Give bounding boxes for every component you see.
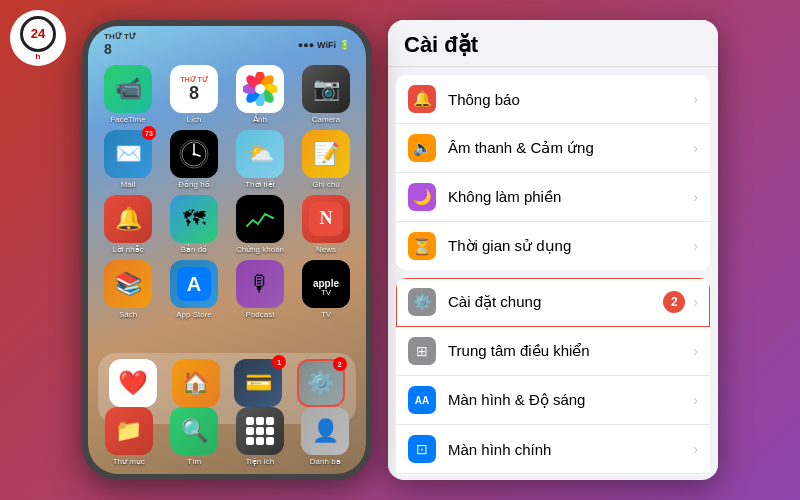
facetime-icon: 📹 [104, 65, 152, 113]
tim-label: Tìm [187, 457, 201, 466]
amthanh-icon: 🔈 [408, 134, 436, 162]
notes-icon: 📝 [302, 130, 350, 178]
reminder-icon: 🔔 [104, 195, 152, 243]
bottom-row: 📁 Thư mục 🔍 Tìm [98, 407, 356, 466]
settings-item-caidatchung[interactable]: ⚙️ Cài đặt chung 2 › [396, 278, 710, 327]
thoigian-label: Thời gian sử dụng [448, 237, 693, 255]
app-appletv[interactable]: apple TV TV [296, 260, 356, 319]
status-bar: THỨ TƯ8 ●●● WiFi 🔋 [88, 26, 366, 61]
maps-icon: 🗺 [170, 195, 218, 243]
app-books[interactable]: 📚 Sách [98, 260, 158, 319]
tim-icon: 🔍 [170, 407, 218, 455]
svg-text:A: A [187, 273, 201, 295]
trungtam-chevron: › [693, 343, 698, 359]
camera-icon: 📷 [302, 65, 350, 113]
news-label: News [316, 245, 336, 254]
app-calendar[interactable]: THỨ TƯ 8 Lịch [164, 65, 224, 124]
app-thurmuc[interactable]: 📁 Thư mục [98, 407, 160, 466]
settings-item-khonglamphien[interactable]: 🌙 Không làm phiền › [396, 173, 710, 222]
settings-item-amthanh[interactable]: 🔈 Âm thanh & Cảm ứng › [396, 124, 710, 173]
calendar-icon: THỨ TƯ 8 [170, 65, 218, 113]
photos-label: Ảnh [253, 115, 267, 124]
app-tim[interactable]: 🔍 Tìm [164, 407, 226, 466]
mail-label: Mail [121, 180, 136, 189]
app-clock[interactable]: Đồng hồ [164, 130, 224, 189]
app-podcast[interactable]: 🎙 Podcast [230, 260, 290, 319]
manhinh-label: Màn hình & Độ sáng [448, 391, 693, 409]
settings-title-text: Cài đặt [404, 32, 478, 57]
app-grid: 📹 FaceTime THỨ TƯ 8 Lịch [88, 61, 366, 323]
khonglamphien-label: Không làm phiền [448, 188, 693, 206]
thoigian-chevron: › [693, 238, 698, 254]
khonglamphien-chevron: › [693, 189, 698, 205]
amthanh-chevron: › [693, 140, 698, 156]
books-label: Sách [119, 310, 137, 319]
app-maps[interactable]: 🗺 Bản đồ [164, 195, 224, 254]
mail-icon: ✉️ 73 [104, 130, 152, 178]
settings-item-thoigiansudung[interactable]: ⏳ Thời gian sử dụng › [396, 222, 710, 270]
manhinhchinh-label: Màn hình chính [448, 441, 693, 458]
app-notes[interactable]: 📝 Ghi chú [296, 130, 356, 189]
podcast-label: Podcast [246, 310, 275, 319]
appletv-label: TV [321, 310, 331, 319]
app-mail[interactable]: ✉️ 73 Mail [98, 130, 158, 189]
app-camera[interactable]: 📷 Camera [296, 65, 356, 124]
thurmuc-icon: 📁 [105, 407, 153, 455]
app-photos[interactable]: Ảnh [230, 65, 290, 124]
manhinhchinh-icon: ⊡ [408, 435, 436, 463]
app-reminder[interactable]: 🔔 Lời nhắc [98, 195, 158, 254]
stocks-icon [236, 195, 284, 243]
manhinh-icon: AA [408, 386, 436, 414]
stocks-label: Chứng khoán [236, 245, 284, 254]
svg-point-13 [193, 153, 196, 156]
phone: THỨ TƯ8 ●●● WiFi 🔋 📹 FaceTime [82, 20, 372, 480]
settings-badge: 2 [333, 357, 347, 371]
thongbao-icon: 🔔 [408, 85, 436, 113]
caidatchung-chevron: › [693, 294, 698, 310]
app-facetime[interactable]: 📹 FaceTime [98, 65, 158, 124]
clock-label: Đồng hồ [178, 180, 209, 189]
thurmuc-label: Thư mục [113, 457, 145, 466]
podcast-icon: 🎙 [236, 260, 284, 308]
books-icon: 📚 [104, 260, 152, 308]
settings-item-trungtam[interactable]: ⊞ Trung tâm điều khiển › [396, 327, 710, 376]
settings-item-thongbao[interactable]: 🔔 Thông báo › [396, 75, 710, 124]
svg-rect-14 [243, 202, 277, 236]
facetime-label: FaceTime [110, 115, 145, 124]
camera-label: Camera [312, 115, 340, 124]
app-weather[interactable]: ⛅ Thời tiết [230, 130, 290, 189]
logo-number: 24 [31, 27, 45, 40]
weather-label: Thời tiết [245, 180, 275, 189]
wallet-badge: 1 [272, 355, 286, 369]
tienich-label: Tiện ích [245, 457, 274, 466]
news-icon: N [302, 195, 350, 243]
home-icon: 🏠 [172, 359, 220, 407]
appletv-icon: apple TV [302, 260, 350, 308]
app-stocks[interactable]: Chứng khoán [230, 195, 290, 254]
thongbao-label: Thông báo [448, 91, 693, 108]
trungtam-icon: ⊞ [408, 337, 436, 365]
settings-title: Cài đặt [388, 20, 718, 67]
settings-item-manhinhdosang[interactable]: AA Màn hình & Độ sáng › [396, 376, 710, 425]
caidatchung-label: Cài đặt chung [448, 293, 663, 311]
maps-label: Bản đồ [181, 245, 207, 254]
settings-item-tronang[interactable]: ♿ Trợ năng › [396, 474, 710, 475]
appstore-icon: A [170, 260, 218, 308]
weather-icon: ⛅ [236, 130, 284, 178]
tienich-icon [236, 407, 284, 455]
settings-section-2: ⚙️ Cài đặt chung 2 › ⊞ Trung tâm điều kh… [396, 278, 710, 475]
status-time: THỨ TƯ8 [104, 32, 136, 57]
app-contacts[interactable]: 👤 Danh bạ [295, 407, 357, 466]
logo-clock: 24 [20, 16, 56, 52]
calendar-label: Lịch [187, 115, 202, 124]
app-news[interactable]: N News [296, 195, 356, 254]
trungtam-label: Trung tâm điều khiển [448, 342, 693, 360]
contacts-icon: 👤 [301, 407, 349, 455]
app-appstore[interactable]: A App Store [164, 260, 224, 319]
app-tienich[interactable]: Tiện ích [229, 407, 291, 466]
health-icon: ❤️ [109, 359, 157, 407]
settings-item-manhinhchinh[interactable]: ⊡ Màn hình chính › [396, 425, 710, 474]
khonglamphien-icon: 🌙 [408, 183, 436, 211]
main-container: 24 h THỨ TƯ8 ●●● WiFi 🔋 [10, 10, 790, 490]
contacts-label: Danh bạ [310, 457, 341, 466]
